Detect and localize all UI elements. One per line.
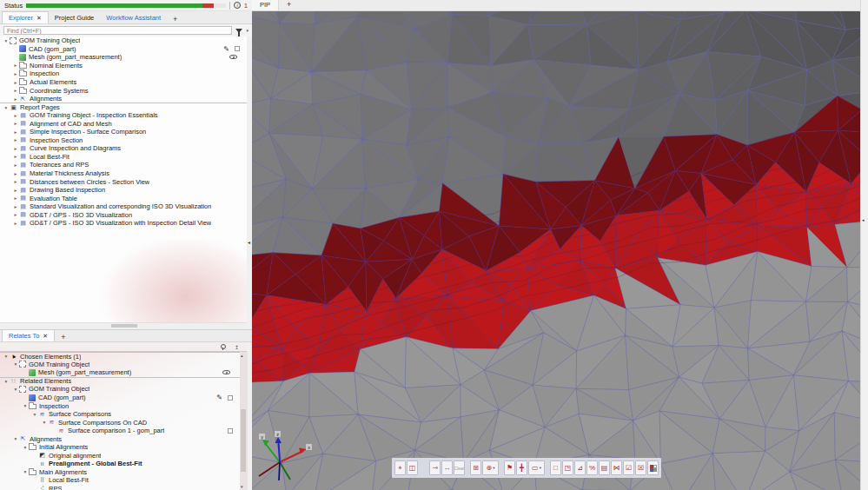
tree-item[interactable]: Mesh (gom_part_measurement)	[0, 53, 247, 62]
legend-grid-button[interactable]	[647, 460, 659, 475]
grid-overlay-button[interactable]: ⊞	[470, 460, 481, 475]
tree-item[interactable]: ▸▤GD&T / GPS - ISO 3D Visualization	[0, 210, 247, 219]
tree-item[interactable]: ▾Inspection	[0, 401, 240, 410]
tree-item[interactable]: ▾⇱Alignments	[0, 434, 240, 443]
expander-icon[interactable]: ▸	[12, 162, 19, 168]
tree-item[interactable]: ▾≋Surface Comparisons	[0, 410, 240, 419]
tree-item[interactable]: ▸▤Standard Visualization and correspondi…	[0, 202, 247, 211]
expander-icon[interactable]: ▾	[3, 379, 10, 384]
expander-icon[interactable]: ▸	[12, 204, 19, 209]
expander-icon[interactable]: ▸	[12, 195, 19, 201]
add-tab-button[interactable]: +	[55, 333, 71, 341]
tree-item[interactable]: ▾Initial Alignments	[0, 443, 240, 452]
scroll-up-icon[interactable]: ▴	[241, 353, 243, 358]
tree-item[interactable]: ▸Actual Elements	[0, 78, 247, 87]
label-style-button[interactable]: ▭▾	[528, 460, 545, 475]
section-cross-button[interactable]: ╋	[516, 460, 527, 475]
expander-icon[interactable]: ▾	[3, 38, 10, 43]
tree-item[interactable]: ≋Surface comparison 1 - gom_part	[0, 427, 240, 435]
expander-icon[interactable]: ▸	[12, 179, 19, 184]
scroll-down-icon[interactable]: ▾	[241, 484, 243, 489]
tree-item[interactable]: ▸Coordinate Systems	[0, 86, 247, 95]
tab-project-guide[interactable]: Project Guide	[49, 11, 100, 23]
tree-item[interactable]: ▾GOM Training Object	[0, 36, 247, 45]
expander-icon[interactable]: ▾	[12, 387, 19, 392]
tree-item[interactable]: ▸Inspection	[0, 70, 247, 78]
tree-item[interactable]: ▾▣Report Pages	[0, 103, 247, 111]
panel-expand-arrow-icon[interactable]: ◂	[862, 217, 865, 222]
apply-check-button[interactable]: ☑	[623, 460, 634, 475]
tree-item[interactable]: ▾≋Surface Comparisons On CAD	[0, 418, 240, 427]
scrollbar-thumb[interactable]	[111, 324, 137, 328]
expander-icon[interactable]: ▸	[12, 212, 19, 217]
edit-pencil-icon[interactable]: ✎	[223, 45, 229, 53]
filter-funnel-icon[interactable]	[235, 29, 242, 33]
relates-scrollbar[interactable]: ▴ ▾	[240, 352, 248, 490]
tree-item[interactable]: ▸▤Curve Inspection and Diagrams	[0, 144, 247, 153]
scrollbar-thumb[interactable]	[241, 409, 246, 472]
expander-icon[interactable]: ▸	[12, 171, 19, 176]
find-input[interactable]	[3, 26, 232, 35]
eye-icon[interactable]	[222, 370, 230, 374]
tree-item[interactable]: CAD (gom_part)✎	[0, 45, 247, 54]
visibility-checkbox[interactable]	[235, 46, 240, 51]
link-elements-button[interactable]: %	[586, 460, 598, 475]
tree-item[interactable]: ◩Original alignment	[0, 452, 240, 460]
expander-icon[interactable]: ▸	[12, 221, 19, 226]
expander-icon[interactable]: ▾	[22, 445, 29, 450]
panel-collapse-arrow-icon[interactable]: ◄	[247, 240, 251, 245]
tree-item[interactable]: ▸▤Material Thickness Analysis	[0, 169, 247, 178]
clear-labels-button[interactable]: Clear	[454, 460, 465, 475]
add-viewport-tab-button[interactable]: +	[279, 0, 299, 10]
visibility-checkbox[interactable]	[228, 428, 233, 434]
projection-globe-button[interactable]: ⊕▾	[482, 460, 499, 475]
tab-pip[interactable]: PIP	[252, 0, 279, 10]
compare-split-button[interactable]: ◫	[407, 460, 418, 475]
tree-item[interactable]: ▸▤Inspection Section	[0, 136, 247, 145]
info-count[interactable]: 1	[244, 3, 248, 9]
rectangle-corner-button[interactable]: ◳	[562, 460, 573, 475]
tab-relates-to[interactable]: Relates To ✕	[2, 329, 55, 341]
expander-icon[interactable]: ▸	[12, 113, 19, 118]
explorer-horizontal-scrollbar[interactable]	[0, 322, 247, 328]
expander-icon[interactable]: ▾	[12, 361, 19, 367]
eye-icon[interactable]	[229, 55, 237, 59]
deviation-span-button[interactable]: ↔	[441, 460, 453, 475]
tree-item[interactable]: ▾GOM Training Object	[0, 361, 240, 369]
close-icon[interactable]: ✕	[43, 333, 48, 340]
tree-item[interactable]: ▸⇱Alignments	[0, 95, 247, 103]
tree-item[interactable]: ⠪RPS	[0, 485, 240, 490]
tree-item[interactable]: ▾∷Related Elements	[0, 377, 240, 386]
expander-icon[interactable]: ▸	[12, 188, 19, 193]
expander-icon[interactable]: ▸	[12, 63, 19, 68]
info-icon[interactable]: i	[234, 2, 241, 9]
add-tab-button[interactable]: +	[167, 15, 183, 23]
tree-item[interactable]: ▸Nominal Elements	[0, 62, 247, 70]
tree-item[interactable]: ⠶Prealignment - Global Best-Fit	[0, 460, 240, 468]
expander-icon[interactable]: ▸	[12, 146, 19, 151]
fence-selection-button[interactable]: ▤	[599, 460, 610, 475]
tab-explorer[interactable]: Explorer ✕	[2, 11, 49, 23]
expander-icon[interactable]: ▸	[12, 121, 19, 126]
tree-item[interactable]: ▸▤Evaluation Table	[0, 194, 247, 202]
expander-icon[interactable]: ▾	[41, 420, 48, 425]
expander-icon[interactable]: ▾	[22, 469, 29, 474]
expander-icon[interactable]: ▾	[22, 403, 29, 408]
tree-item[interactable]: ▸▤GD&T / GPS - ISO 3D Visualization with…	[0, 219, 247, 228]
3d-scene[interactable]: x y z	[252, 11, 860, 490]
expander-icon[interactable]: ▾	[12, 436, 19, 441]
tree-item[interactable]: ⠿Local Best-Fit	[0, 476, 240, 485]
close-icon[interactable]: ✕	[36, 15, 42, 22]
tree-item[interactable]: ▸▤GOM Training Object - Inspection Essen…	[0, 111, 247, 120]
remove-box-button[interactable]: ☒	[635, 460, 646, 475]
tree-item[interactable]: CAD (gom_part)✎	[0, 394, 240, 402]
tab-workflow-assistant[interactable]: Workflow Assistant	[100, 11, 167, 23]
expander-icon[interactable]: ▸	[12, 71, 19, 76]
tree-item[interactable]: ▾▲Chosen Elements (1)	[0, 352, 240, 361]
fit-expand-button[interactable]: ⋈	[611, 460, 622, 475]
zoom-rectangle-button[interactable]: □	[550, 460, 561, 475]
expander-icon[interactable]: ▸	[12, 96, 19, 102]
expander-icon[interactable]: ▸	[12, 80, 19, 85]
expander-icon[interactable]: ▸	[12, 88, 19, 93]
edit-pencil-icon[interactable]: ✎	[216, 394, 222, 401]
